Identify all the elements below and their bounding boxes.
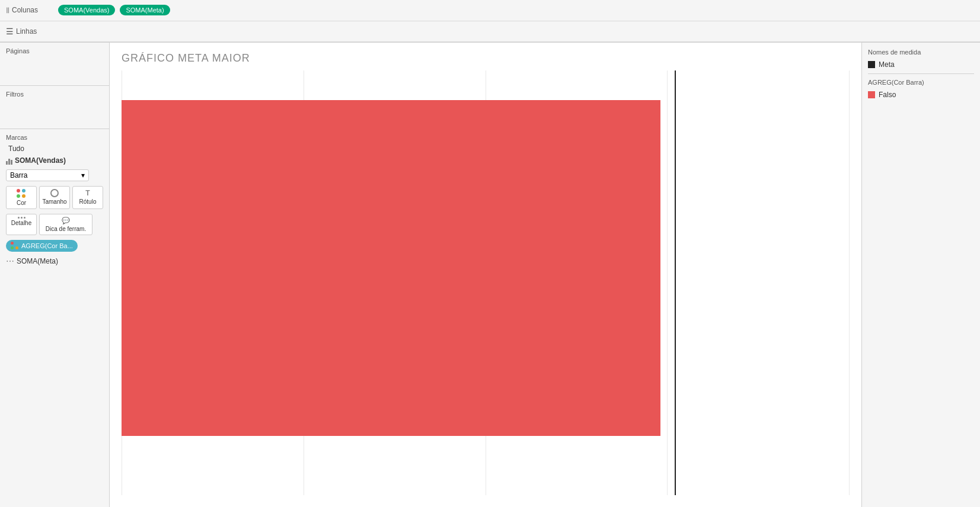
detail-icon xyxy=(18,217,25,219)
rotulo-button[interactable]: T Rótulo xyxy=(72,186,103,209)
color-dots-icon xyxy=(17,189,26,198)
meta-legend-item: Meta xyxy=(868,60,974,69)
chart-title: GRÁFICO META MAIOR xyxy=(110,43,861,70)
reference-line xyxy=(675,70,676,495)
marcas-section: Marcas Tudo SOMA(Vendas) Barra ▾ xyxy=(0,129,109,507)
agreg-dot-2 xyxy=(15,242,18,245)
dot-orange xyxy=(22,194,25,198)
falso-color-box xyxy=(868,91,875,98)
medida-title: Nomes de medida xyxy=(868,49,974,56)
chevron-down-icon: ▾ xyxy=(81,171,85,179)
dica-label: Dica de ferram. xyxy=(46,226,86,232)
meta-color-box xyxy=(868,61,875,68)
toolbar-rows: ⫴ Colunas SOMA(Vendas) SOMA(Meta) ☰ Linh… xyxy=(0,0,980,42)
legend-divider xyxy=(868,73,974,74)
soma-vendas-pill[interactable]: SOMA(Vendas) xyxy=(58,5,115,15)
soma-meta-pill[interactable]: SOMA(Meta) xyxy=(120,5,170,15)
marks-dropdown[interactable]: Barra ▾ xyxy=(6,169,89,181)
paginas-label: Páginas xyxy=(6,47,103,54)
soma-vendas-icon xyxy=(6,156,12,165)
dica-button[interactable]: 💬 Dica de ferram. xyxy=(39,214,92,235)
cor-label: Cor xyxy=(17,200,26,206)
grid-line-4 xyxy=(667,70,668,495)
tamanho-button[interactable]: Tamanho xyxy=(39,186,70,209)
dot-blue xyxy=(22,189,25,192)
cor-button[interactable]: Cor xyxy=(6,186,37,209)
falso-legend-label: Falso xyxy=(879,91,896,99)
soma-meta-icon: ⋯ xyxy=(6,256,14,266)
marks-buttons-row1: Cor Tamanho T Rótulo xyxy=(6,186,103,209)
paginas-section: Páginas xyxy=(0,43,109,86)
size-icon xyxy=(50,189,59,197)
soma-meta-mark: ⋯ SOMA(Meta) xyxy=(6,256,103,266)
bar-chart-icon xyxy=(6,156,12,165)
linhas-row: ☰ Linhas xyxy=(0,21,980,43)
chart-bar xyxy=(122,100,660,436)
paginas-content xyxy=(6,57,103,81)
agreg-dots-icon xyxy=(11,242,19,250)
marcas-label: Marcas xyxy=(6,134,103,141)
label-icon: T xyxy=(85,189,90,197)
chart-area: GRÁFICO META MAIOR xyxy=(110,43,861,507)
agreg-pill[interactable]: AGREG(Cor Ba... xyxy=(6,240,78,252)
tooltip-icon: 💬 xyxy=(62,217,70,224)
agreg-dot-4 xyxy=(15,246,18,249)
meta-legend-label: Meta xyxy=(879,60,895,69)
toolbar: ⫴ Colunas SOMA(Vendas) SOMA(Meta) ☰ Linh… xyxy=(0,0,980,43)
soma-meta-text: SOMA(Meta) xyxy=(17,257,58,265)
detalhe-label: Detalhe xyxy=(11,220,31,226)
chart-canvas xyxy=(122,70,850,495)
agreg-dot-1 xyxy=(11,242,14,245)
linhas-icon: ☰ xyxy=(6,27,14,36)
filtros-section: Filtros xyxy=(0,86,109,129)
agreg-title: AGREG(Cor Barra) xyxy=(868,79,974,86)
colunas-row: ⫴ Colunas SOMA(Vendas) SOMA(Meta) xyxy=(0,0,980,21)
detalhe-button[interactable]: Detalhe xyxy=(6,214,37,235)
soma-vendas-mark: SOMA(Vendas) xyxy=(6,156,103,165)
falso-legend-item: Falso xyxy=(868,91,974,99)
filtros-label: Filtros xyxy=(6,91,103,98)
colunas-icon: ⫴ xyxy=(6,5,9,15)
soma-vendas-text: SOMA(Vendas) xyxy=(15,156,66,165)
main-layout: Páginas Filtros Marcas Tudo SOMA(Vendas) xyxy=(0,43,980,507)
grid-line-5 xyxy=(849,70,850,495)
dropdown-label: Barra xyxy=(10,171,27,179)
filtros-content xyxy=(6,100,103,124)
agreg-dot-3 xyxy=(11,246,14,249)
legend-panel: Nomes de medida Meta AGREG(Cor Barra) Fa… xyxy=(861,43,980,507)
dot-red xyxy=(17,189,20,192)
linhas-label: ☰ Linhas xyxy=(6,27,53,36)
rotulo-label: Rótulo xyxy=(79,198,97,205)
colunas-label: ⫴ Colunas xyxy=(6,5,53,15)
tudo-label: Tudo xyxy=(6,145,103,153)
tamanho-label: Tamanho xyxy=(42,198,66,205)
marks-buttons-row2: Detalhe 💬 Dica de ferram. xyxy=(6,214,103,235)
sidebar: Páginas Filtros Marcas Tudo SOMA(Vendas) xyxy=(0,43,110,507)
agreg-label: AGREG(Cor Ba... xyxy=(21,242,73,249)
dot-green xyxy=(17,194,20,198)
